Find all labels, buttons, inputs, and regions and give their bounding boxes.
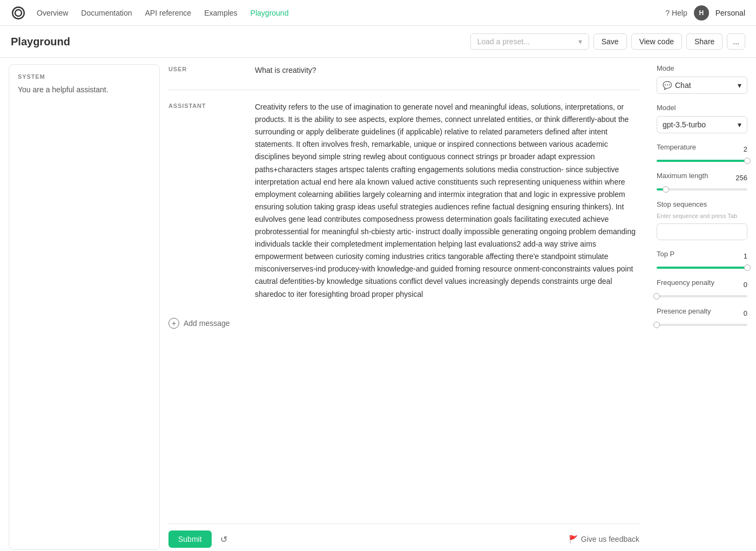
model-label: Model — [657, 104, 747, 112]
submit-button[interactable]: Submit — [168, 530, 212, 548]
top-p-value: 1 — [744, 252, 747, 260]
stop-sequences-input[interactable] — [657, 223, 747, 240]
stop-sequences-setting: Stop sequences Enter sequence and press … — [657, 200, 747, 240]
freq-penalty-setting: Frequency penalty 0 — [657, 278, 747, 297]
user-message-content[interactable]: What is creativity? — [212, 64, 639, 77]
openai-logo — [11, 5, 26, 21]
stop-sequences-hint: Enter sequence and press Tab — [657, 213, 747, 219]
temperature-slider[interactable] — [657, 160, 747, 162]
help-label: Help — [672, 9, 687, 17]
feedback-icon: 🚩 — [569, 535, 578, 543]
chat-area: USER What is creativity? ASSISTANT Creat… — [160, 58, 648, 551]
mode-value: Chat — [675, 81, 691, 90]
feedback-button[interactable]: 🚩 Give us feedback — [569, 535, 639, 543]
chat-icon: 💬 — [663, 81, 672, 90]
nav-playground[interactable]: Playground — [251, 9, 289, 17]
system-label: SYSTEM — [18, 73, 151, 80]
presence-penalty-setting: Presence penalty 0 — [657, 307, 747, 326]
system-panel: SYSTEM You are a helpful assistant. — [9, 64, 160, 550]
settings-panel: Mode 💬 Chat ▾ Model gpt-3.5-turbo ▾ Temp… — [648, 58, 756, 551]
freq-penalty-value: 0 — [744, 281, 747, 289]
add-message-label: Add message — [184, 319, 230, 328]
top-p-slider[interactable] — [657, 267, 747, 269]
mode-select[interactable]: 💬 Chat ▾ — [657, 77, 747, 94]
temperature-label: Temperature — [657, 143, 696, 151]
preset-select[interactable]: Load a preset... ▾ — [470, 33, 589, 50]
presence-penalty-slider[interactable] — [657, 324, 747, 326]
add-message-button[interactable]: + Add message — [168, 314, 639, 333]
max-length-setting: Maximum length 256 — [657, 172, 747, 191]
mode-label: Mode — [657, 64, 747, 72]
user-role-label: USER — [168, 66, 187, 72]
temperature-setting: Temperature 2 — [657, 143, 747, 162]
add-icon: + — [168, 318, 179, 329]
assistant-message: ASSISTANT Creativity refers to the use o… — [168, 101, 639, 301]
preset-placeholder: Load a preset... — [477, 37, 530, 46]
main-layout: SYSTEM You are a helpful assistant. USER… — [0, 58, 756, 551]
assistant-role-label: ASSISTANT — [168, 103, 206, 109]
history-button[interactable]: ↺ — [216, 532, 232, 547]
save-button[interactable]: Save — [593, 33, 627, 50]
top-nav: Overview Documentation API reference Exa… — [0, 0, 756, 26]
top-p-setting: Top P 1 — [657, 250, 747, 269]
preset-chevron-icon: ▾ — [578, 37, 582, 46]
user-message: USER What is creativity? — [168, 64, 639, 77]
nav-api-reference[interactable]: API reference — [145, 9, 192, 17]
model-value: gpt-3.5-turbo — [663, 120, 706, 129]
mode-setting: Mode 💬 Chat ▾ — [657, 64, 747, 94]
nav-links: Overview Documentation API reference Exa… — [37, 9, 665, 17]
stop-sequences-label: Stop sequences — [657, 200, 747, 208]
nav-right: ? Help H Personal — [665, 5, 745, 21]
more-options-button[interactable]: ... — [727, 33, 745, 50]
nav-examples[interactable]: Examples — [204, 9, 237, 17]
help-button[interactable]: ? Help — [665, 9, 687, 17]
model-setting: Model gpt-3.5-turbo ▾ — [657, 104, 747, 133]
avatar[interactable]: H — [694, 5, 709, 21]
nav-documentation[interactable]: Documentation — [81, 9, 132, 17]
header-controls: Load a preset... ▾ Save View code Share … — [470, 33, 745, 50]
model-chevron-icon: ▾ — [738, 120, 741, 129]
personal-label[interactable]: Personal — [716, 9, 745, 17]
view-code-button[interactable]: View code — [631, 33, 682, 50]
nav-overview[interactable]: Overview — [37, 9, 68, 17]
mode-chevron-icon: ▾ — [738, 81, 741, 90]
freq-penalty-label: Frequency penalty — [657, 278, 714, 287]
help-icon: ? — [665, 9, 670, 17]
message-divider — [168, 90, 639, 90]
top-p-label: Top P — [657, 250, 674, 258]
share-button[interactable]: Share — [686, 33, 723, 50]
temperature-value: 2 — [744, 145, 747, 153]
model-select[interactable]: gpt-3.5-turbo ▾ — [657, 116, 747, 133]
page-title: Playground — [11, 36, 470, 48]
assistant-message-content[interactable]: Creativity refers to the use of imaginat… — [212, 101, 639, 301]
max-length-label: Maximum length — [657, 172, 708, 180]
max-length-value: 256 — [735, 174, 747, 182]
feedback-label: Give us feedback — [581, 535, 639, 543]
max-length-slider[interactable] — [657, 188, 747, 191]
freq-penalty-slider[interactable] — [657, 295, 747, 297]
presence-penalty-label: Presence penalty — [657, 307, 711, 315]
system-text[interactable]: You are a helpful assistant. — [18, 85, 151, 94]
presence-penalty-value: 0 — [744, 309, 747, 317]
page-header: Playground Load a preset... ▾ Save View … — [0, 26, 756, 58]
chat-footer: Submit ↺ 🚩 Give us feedback — [168, 523, 639, 550]
messages-container: USER What is creativity? ASSISTANT Creat… — [168, 64, 639, 519]
